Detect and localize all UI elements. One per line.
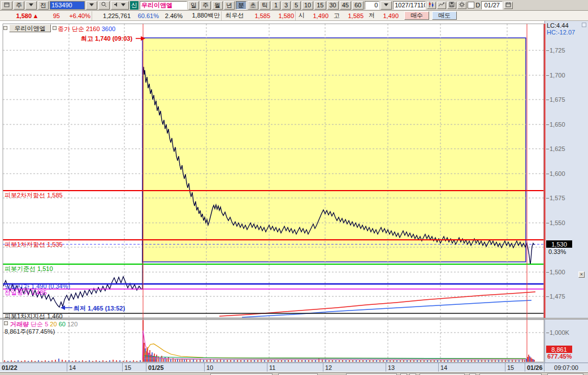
last-volume-marker: 8,861 (546, 346, 572, 353)
price-axis-tick: 1,500 (550, 269, 565, 275)
price-axis-tick: 1,625 (550, 145, 565, 152)
price-axis-tick: 1,700 (550, 72, 565, 79)
price-axis-tick: 1,650 (550, 121, 565, 128)
close-volume-panel-button[interactable]: × (578, 271, 585, 278)
last-volume-pct: 677.45% (547, 353, 572, 360)
corner-grip-icon (582, 23, 586, 27)
hc-readout: HC:-12.07 (547, 29, 575, 36)
price-axis-tick: 1,725 (550, 47, 565, 54)
price-axis-tick: 1,600 (550, 170, 565, 177)
chart-plot[interactable] (3, 24, 544, 362)
trading-chart-window: 주 전 신 우리이앤엘 일 주 월 년 분 초 틱 1 3 5 10 15 30… (0, 0, 588, 375)
volume-axis-tick: 1,000K (550, 329, 569, 336)
price-axis-tick: 1,550 (550, 219, 565, 226)
lc-readout: LC:4.44 (547, 22, 569, 29)
price-axis-tick: 1,475 (550, 293, 565, 300)
price-axis-tick: 1,675 (550, 96, 565, 103)
last-price-pct: 0.33% (548, 248, 566, 255)
price-axis-tick: 1,575 (550, 195, 565, 201)
last-price-marker: 1,530 (546, 240, 572, 248)
